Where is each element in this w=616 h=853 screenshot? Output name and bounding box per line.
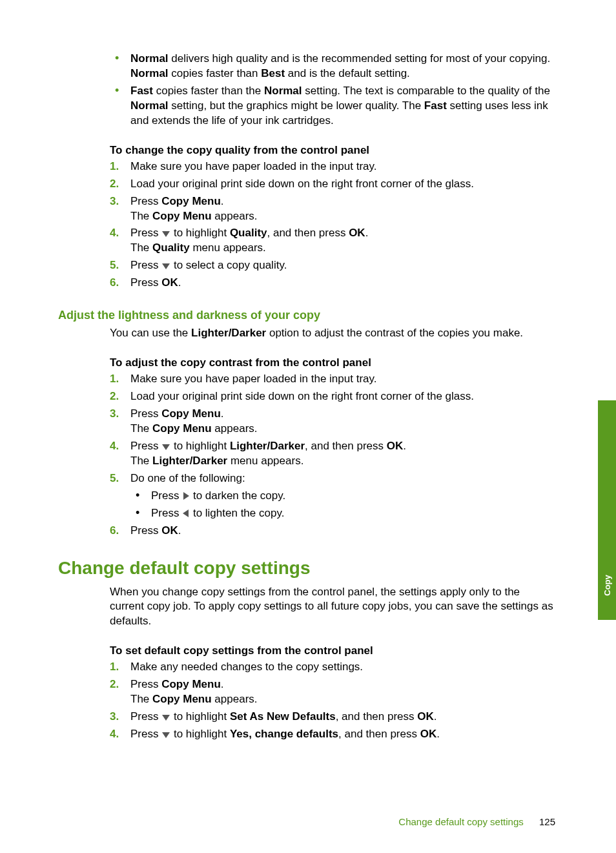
text: setting, but the graphics might be lower… [169, 99, 424, 112]
text: to highlight [170, 728, 230, 740]
text: Press [130, 710, 161, 723]
svg-marker-2 [162, 444, 170, 450]
text: Press [130, 728, 161, 740]
step-number: 3. [110, 407, 119, 422]
text: to select a copy quality. [170, 259, 287, 271]
text: appears. [212, 693, 258, 705]
text: . [178, 276, 181, 289]
svg-marker-3 [183, 492, 189, 500]
footer-title: Change default copy settings [398, 816, 523, 827]
bold-text: Fast [424, 99, 447, 112]
paragraph: You can use the Lighter/Darker option to… [110, 326, 555, 341]
list-item: Fast copies faster than the Normal setti… [110, 84, 555, 128]
list-item: 6. Press OK. [110, 524, 555, 539]
side-tab-label: Copy [602, 575, 612, 596]
text: The [130, 422, 152, 435]
text: Make sure you have paper loaded in the i… [130, 160, 376, 172]
list-item: Normal delivers high quality and is the … [110, 52, 555, 81]
footer-page-number: 125 [539, 816, 555, 827]
list-item: Press to lighten the copy. [130, 506, 555, 521]
text: appears. [212, 422, 258, 435]
bold-text: Copy Menu [161, 678, 221, 690]
list-item: 1.Make any needed changes to the copy se… [110, 660, 555, 675]
procedure-1: 1.Make sure you have paper loaded in the… [110, 159, 555, 291]
list-item: 6. Press OK. [110, 276, 555, 291]
bold-text: Normal [130, 67, 169, 79]
svg-marker-4 [183, 509, 189, 517]
bold-text: Lighter/Darker [230, 440, 305, 452]
procedure-2: 1.Make sure you have paper loaded in the… [110, 372, 555, 538]
text: , and then press [336, 710, 418, 723]
text: option to adjust the contrast of the cop… [266, 327, 523, 339]
text: copies faster than the [153, 85, 264, 97]
list-item: 4. Press to highlight Yes, change defaul… [110, 727, 555, 742]
text: Make sure you have paper loaded in the i… [130, 373, 376, 385]
nested-bullets: Press to darken the copy. Press to light… [130, 489, 555, 521]
list-item: 3. Press Copy Menu. The Copy Menu appear… [110, 194, 555, 224]
bold-text: Set As New Defaults [230, 710, 336, 723]
down-arrow-icon [161, 443, 170, 451]
step-number: 2. [110, 677, 119, 692]
step-number: 4. [110, 226, 119, 241]
text: Press [130, 195, 161, 207]
step-number: 1. [110, 159, 119, 174]
text: The [130, 693, 152, 705]
step-number: 1. [110, 372, 119, 387]
step-number: 3. [110, 194, 119, 209]
text: to darken the copy. [190, 489, 285, 502]
text: . [221, 678, 224, 690]
procedure-title: To adjust the copy contrast from the con… [110, 356, 555, 369]
text: to lighten the copy. [190, 507, 284, 519]
step-number: 5. [110, 258, 119, 273]
text: The [130, 210, 152, 222]
list-item: 3. Press Copy Menu. The Copy Menu appear… [110, 407, 555, 437]
text: Load your original print side down on th… [130, 178, 474, 190]
text: . [436, 728, 440, 740]
text: , and then press [338, 728, 420, 740]
page-footer: Change default copy settings 125 [58, 816, 555, 827]
left-arrow-icon [182, 509, 190, 518]
list-item: 5. Do one of the following: Press to dar… [110, 471, 555, 521]
text: , and then press [267, 227, 349, 239]
text: The [130, 455, 152, 467]
step-number: 3. [110, 710, 119, 725]
list-item: 5. Press to select a copy quality. [110, 258, 555, 273]
step-number: 6. [110, 276, 119, 291]
list-item: 3. Press to highlight Set As New Default… [110, 710, 555, 725]
bold-text: Lighter/Darker [152, 455, 227, 467]
text: Press [151, 507, 182, 519]
bold-text: Copy Menu [161, 195, 221, 207]
down-arrow-icon [161, 262, 170, 270]
paragraph: When you change copy settings from the c… [110, 585, 555, 630]
bold-text: OK [161, 276, 178, 289]
list-item: 4. Press to highlight Quality, and then … [110, 226, 555, 256]
step-number: 4. [110, 439, 119, 454]
page: Normal delivers high quality and is the … [0, 0, 616, 853]
svg-marker-6 [162, 732, 170, 738]
right-arrow-icon [182, 491, 190, 500]
text: to highlight [170, 227, 230, 239]
text: Press [130, 407, 161, 420]
down-arrow-icon [161, 714, 170, 721]
text: Load your original print side down on th… [130, 390, 474, 402]
procedure-title: To change the copy quality from the cont… [110, 144, 555, 157]
text: Press [130, 227, 161, 239]
svg-marker-5 [162, 715, 170, 721]
bold-text: Best [261, 67, 285, 79]
list-item: 1.Make sure you have paper loaded in the… [110, 159, 555, 174]
content-area: Normal delivers high quality and is the … [58, 52, 555, 745]
text: menu appears. [227, 455, 303, 467]
bold-text: OK [417, 710, 434, 723]
text: Press [151, 489, 182, 502]
text: . [221, 407, 224, 420]
text: delivers high quality and is the recomme… [169, 52, 551, 65]
bold-text: Normal [130, 99, 169, 112]
step-number: 5. [110, 471, 119, 486]
text: copies faster than [169, 67, 262, 79]
bold-text: Lighter/Darker [191, 327, 266, 339]
bold-text: OK [387, 440, 404, 452]
bold-text: Normal [130, 52, 169, 65]
intro-bullets: Normal delivers high quality and is the … [110, 52, 555, 128]
text: and is the default setting. [285, 67, 410, 79]
list-item: 1.Make sure you have paper loaded in the… [110, 372, 555, 387]
